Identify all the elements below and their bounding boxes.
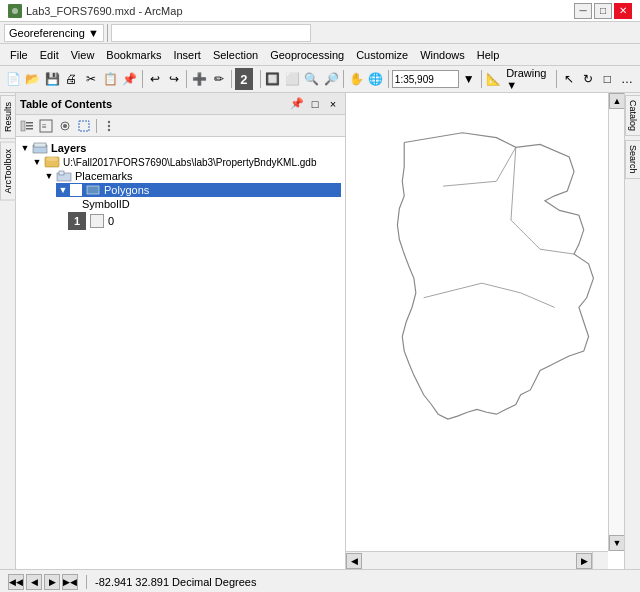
map-area[interactable]: ▲ ▼ ◀ ▶ — [346, 93, 624, 569]
drawing-label[interactable]: Drawing ▼ — [504, 67, 553, 91]
symbol-preview — [90, 214, 104, 228]
title-bar-left: Lab3_FORS7690.mxd - ArcMap — [8, 4, 183, 18]
nav-last-btn[interactable]: ▶◀ — [62, 574, 78, 590]
toc-polygons-label: Polygons — [104, 184, 149, 196]
menu-geoprocessing[interactable]: Geoprocessing — [264, 47, 350, 63]
menu-file[interactable]: File — [4, 47, 34, 63]
menu-customize[interactable]: Customize — [350, 47, 414, 63]
open-btn[interactable]: 📂 — [23, 68, 41, 90]
toc-placemarks-label: Placemarks — [75, 170, 132, 182]
pan-btn[interactable]: ✋ — [347, 68, 365, 90]
arcmap-icon — [8, 4, 22, 18]
full-extent-btn[interactable]: 🌐 — [367, 68, 385, 90]
map-scrollbar-right: ▲ ▼ — [608, 93, 624, 551]
menu-windows[interactable]: Windows — [414, 47, 471, 63]
copy-btn[interactable]: 📋 — [101, 68, 119, 90]
status-sep — [86, 575, 87, 589]
close-button[interactable]: ✕ — [614, 3, 632, 19]
map-svg — [346, 93, 608, 551]
rotate-btn[interactable]: ↻ — [579, 68, 597, 90]
identify-btn[interactable]: 🔲 — [264, 68, 282, 90]
svg-rect-21 — [346, 104, 608, 541]
paste-btn[interactable]: 📌 — [120, 68, 138, 90]
database-icon — [44, 156, 60, 168]
undo-btn[interactable]: ↩ — [146, 68, 164, 90]
scroll-right-btn[interactable]: ▶ — [576, 553, 592, 569]
scroll-down-btn[interactable]: ▼ — [609, 535, 624, 551]
scroll-left-btn[interactable]: ◀ — [346, 553, 362, 569]
toc-placemarks-item[interactable]: ▼ Placemarks — [44, 169, 341, 183]
title-controls: ─ □ ✕ — [574, 3, 632, 19]
svg-rect-15 — [34, 143, 46, 147]
toc-symbol-label: 0 — [108, 215, 114, 227]
main-layout: Results ArcToolbox Table of Contents 📌 □… — [0, 93, 640, 569]
results-tab[interactable]: Results — [0, 95, 16, 139]
zoom-out-btn[interactable]: 🔎 — [322, 68, 340, 90]
svg-rect-20 — [87, 186, 99, 194]
window-title: Lab3_FORS7690.mxd - ArcMap — [26, 5, 183, 17]
toc-pin-btn[interactable]: 📌 — [289, 96, 305, 112]
nav-next-btn[interactable]: ▶ — [44, 574, 60, 590]
menu-edit[interactable]: Edit — [34, 47, 65, 63]
toc-btn-list-visibility[interactable] — [56, 117, 74, 135]
cut-btn[interactable]: ✂ — [82, 68, 100, 90]
menu-view[interactable]: View — [65, 47, 101, 63]
scale-arrow[interactable]: ▼ — [460, 68, 478, 90]
group-icon — [56, 170, 72, 182]
toc-btn-list-selection[interactable] — [75, 117, 93, 135]
toc-btn-list-source[interactable]: ≡ — [37, 117, 55, 135]
toc-content: ▼ Layers ▼ U:\Fall2017\FORS7690\Labs\lab… — [16, 137, 345, 569]
svg-rect-10 — [79, 121, 89, 131]
draw-btn[interactable]: 📐 — [485, 68, 503, 90]
polygons-checkbox[interactable]: ✓ — [70, 184, 82, 196]
toc-layers-label: Layers — [51, 142, 86, 154]
toc-layers-root[interactable]: ▼ Layers — [20, 141, 341, 155]
zoom-window[interactable]: □ — [598, 68, 616, 90]
toc-polygons-item[interactable]: ▼ ✓ Polygons — [56, 183, 341, 197]
svg-text:≡: ≡ — [42, 122, 47, 131]
status-bar: ◀◀ ◀ ▶ ▶◀ -82.941 32.891 Decimal Degrees — [0, 569, 640, 592]
toc-symbolid-item: SymbolID — [68, 197, 341, 211]
toc-path-item[interactable]: ▼ U:\Fall2017\FORS7690\Labs\lab3\Propert… — [32, 155, 341, 169]
expand-icon-path: ▼ — [32, 157, 42, 167]
expand-icon-polygons: ▼ — [58, 185, 68, 195]
scale-dropdown[interactable]: 1:35,909 — [392, 70, 459, 88]
add-data-btn[interactable]: ➕ — [190, 68, 208, 90]
svg-point-11 — [108, 120, 110, 122]
scroll-track-right[interactable] — [609, 109, 624, 535]
search-tab[interactable]: Search — [625, 140, 641, 179]
new-btn[interactable]: 📄 — [4, 68, 22, 90]
toc-btn-options[interactable] — [100, 117, 118, 135]
menu-selection[interactable]: Selection — [207, 47, 264, 63]
save-btn[interactable]: 💾 — [43, 68, 61, 90]
nav-prev-btn[interactable]: ◀ — [26, 574, 42, 590]
toc-symbolid-label: SymbolID — [82, 198, 130, 210]
nav-first-btn[interactable]: ◀◀ — [8, 574, 24, 590]
layers-icon — [32, 142, 48, 154]
more-btn[interactable]: … — [618, 68, 636, 90]
georeferencing-input[interactable] — [111, 24, 311, 42]
svg-point-9 — [63, 124, 67, 128]
print-btn[interactable]: 🖨 — [62, 68, 80, 90]
editor-btn[interactable]: ✏ — [210, 68, 228, 90]
toc-btn-list-draw[interactable] — [18, 117, 36, 135]
catalog-tab[interactable]: Catalog — [625, 95, 641, 136]
zoom-in-btn[interactable]: 🔍 — [303, 68, 321, 90]
select-btn[interactable]: ⬜ — [283, 68, 301, 90]
toc-close-btn[interactable]: × — [325, 96, 341, 112]
toolbar-row-1: 📄 📂 💾 🖨 ✂ 📋 📌 ↩ ↪ ➕ ✏ 2 🔲 ⬜ 🔍 🔎 ✋ 🌐 1:35… — [0, 66, 640, 92]
toc-header: Table of Contents 📌 □ × — [16, 93, 345, 115]
scroll-up-btn[interactable]: ▲ — [609, 93, 624, 109]
toc-float-btn[interactable]: □ — [307, 96, 323, 112]
georeferencing-dropdown[interactable]: Georeferencing ▼ — [4, 24, 104, 42]
arctoolbox-tab[interactable]: ArcToolbox — [0, 142, 16, 201]
select-tool[interactable]: ↖ — [559, 68, 577, 90]
menu-insert[interactable]: Insert — [167, 47, 207, 63]
redo-btn[interactable]: ↪ — [165, 68, 183, 90]
maximize-button[interactable]: □ — [594, 3, 612, 19]
expand-icon-layers: ▼ — [20, 143, 30, 153]
status-nav-btns: ◀◀ ◀ ▶ ▶◀ — [8, 574, 78, 590]
menu-help[interactable]: Help — [471, 47, 506, 63]
minimize-button[interactable]: ─ — [574, 3, 592, 19]
menu-bookmarks[interactable]: Bookmarks — [100, 47, 167, 63]
